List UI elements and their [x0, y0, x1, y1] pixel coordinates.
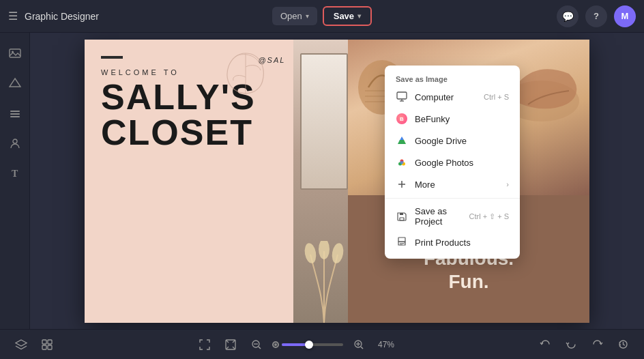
svg-rect-38	[42, 345, 46, 349]
svg-rect-0	[10, 49, 20, 57]
computer-icon	[396, 91, 408, 103]
redo-button[interactable]	[587, 334, 607, 355]
history-button[interactable]	[613, 334, 633, 355]
dropdown-menu: Save as Image Computer Ctrl + S	[385, 66, 520, 259]
svg-line-47	[361, 347, 363, 349]
zoom-slider[interactable]	[282, 343, 343, 346]
chat-icon: 💬	[562, 11, 574, 22]
save-button[interactable]: Save ▾	[323, 6, 372, 26]
help-button[interactable]: ?	[585, 5, 607, 27]
fit-screen-button[interactable]	[194, 334, 215, 355]
dropdown-item-google-photos[interactable]: Google Photos	[385, 152, 520, 173]
more-plus-icon	[396, 178, 408, 190]
header-left: ☰ Graphic Designer	[8, 10, 265, 23]
save-project-label: Save as Project	[415, 206, 462, 227]
more-chevron-icon: ›	[506, 180, 509, 188]
svg-rect-4	[10, 113, 20, 115]
computer-label: Computer	[415, 92, 477, 102]
app-title: Graphic Designer	[25, 11, 99, 22]
open-chevron: ▾	[306, 12, 309, 20]
footer: 47%	[0, 329, 644, 359]
zoom-out-icon	[251, 339, 262, 350]
undo-icon	[566, 339, 577, 350]
dropdown-overlay: Save as Image Computer Ctrl + S	[30, 66, 644, 329]
svg-marker-35	[16, 340, 27, 346]
svg-rect-39	[48, 345, 52, 349]
chat-button[interactable]: 💬	[557, 5, 579, 27]
history-icon	[617, 339, 629, 350]
zoom-percent: 47%	[375, 340, 398, 349]
befunky-icon: B	[396, 113, 408, 125]
undo-button[interactable]	[561, 334, 581, 355]
people-icon	[9, 137, 21, 149]
svg-rect-16	[397, 92, 407, 99]
footer-grid-icon	[41, 339, 53, 351]
fit-page-button[interactable]	[220, 334, 241, 355]
svg-rect-5	[10, 116, 20, 117]
dropdown-item-computer[interactable]: Computer Ctrl + S	[385, 86, 520, 108]
google-photos-icon	[396, 156, 408, 169]
zoom-slider-container	[272, 341, 343, 348]
text-icon: T	[9, 167, 21, 180]
svg-rect-33	[400, 244, 402, 245]
fit-screen-icon	[199, 339, 211, 351]
footer-right	[535, 334, 633, 355]
hamburger-icon[interactable]: ☰	[8, 10, 18, 23]
svg-rect-31	[398, 238, 405, 242]
sidebar-item-image[interactable]	[3, 41, 27, 66]
canvas-dash	[101, 56, 123, 59]
dropdown-item-more[interactable]: More ›	[385, 173, 520, 195]
sidebar: T	[0, 33, 30, 329]
svg-point-6	[13, 139, 17, 143]
more-label: More	[415, 180, 499, 190]
sidebar-item-people[interactable]	[3, 131, 27, 156]
redo-icon	[591, 339, 603, 350]
google-drive-label: Google Drive	[415, 136, 509, 146]
shapes-icon	[9, 77, 21, 89]
print-label: Print Products	[415, 238, 509, 248]
dropdown-item-save-project[interactable]: Save as Project Ctrl + ⇧ + S	[385, 201, 520, 231]
help-icon: ?	[594, 11, 599, 21]
header-right: 💬 ? M	[379, 5, 636, 27]
image-icon	[9, 47, 21, 59]
avatar-label: M	[621, 11, 629, 21]
save-chevron: ▾	[357, 12, 361, 20]
save-project-icon	[396, 210, 408, 222]
avatar[interactable]: M	[614, 5, 636, 27]
dropdown-section-title: Save as Image	[385, 71, 520, 86]
sidebar-item-text[interactable]: T	[3, 161, 27, 186]
zoom-knob[interactable]	[305, 341, 313, 349]
save-label: Save	[334, 11, 354, 21]
zoom-in-button[interactable]	[349, 334, 369, 355]
befunky-label: BeFunky	[415, 114, 509, 124]
header: ☰ Graphic Designer Open ▾ Save ▾ 💬 ? M	[0, 0, 644, 33]
layers-icon	[9, 107, 21, 119]
zoom-in-icon	[353, 339, 364, 350]
zoom-out-button[interactable]	[246, 334, 267, 355]
grid-button[interactable]	[37, 334, 57, 355]
svg-rect-36	[42, 340, 46, 344]
canvas-area: WELCOME TO SALLY'S CLOSET @SAL	[30, 33, 644, 329]
layers-button[interactable]	[11, 334, 31, 355]
footer-center: 47%	[65, 334, 527, 355]
refresh-button[interactable]	[535, 334, 555, 355]
dropdown-item-befunky[interactable]: B BeFunky	[385, 108, 520, 130]
google-drive-icon	[396, 134, 408, 147]
dropdown-divider	[385, 198, 520, 199]
zoom-slider-fill	[282, 343, 306, 346]
main: T WELCOME TO SALLY'S CLOSET @SAL	[0, 33, 644, 329]
sidebar-item-shapes[interactable]	[3, 71, 27, 96]
zoom-indicator	[272, 341, 279, 348]
open-button[interactable]: Open ▾	[272, 7, 317, 25]
google-photos-label: Google Photos	[415, 158, 509, 168]
footer-layers-icon	[15, 339, 27, 351]
svg-rect-37	[48, 340, 52, 344]
svg-text:T: T	[12, 169, 18, 179]
svg-rect-30	[400, 213, 403, 215]
svg-point-34	[404, 242, 405, 244]
open-label: Open	[280, 11, 302, 21]
dropdown-item-print[interactable]: Print Products	[385, 231, 520, 253]
sidebar-item-layers[interactable]	[3, 101, 27, 126]
dropdown-item-google-drive[interactable]: Google Drive	[385, 130, 520, 152]
computer-shortcut: Ctrl + S	[484, 93, 509, 101]
